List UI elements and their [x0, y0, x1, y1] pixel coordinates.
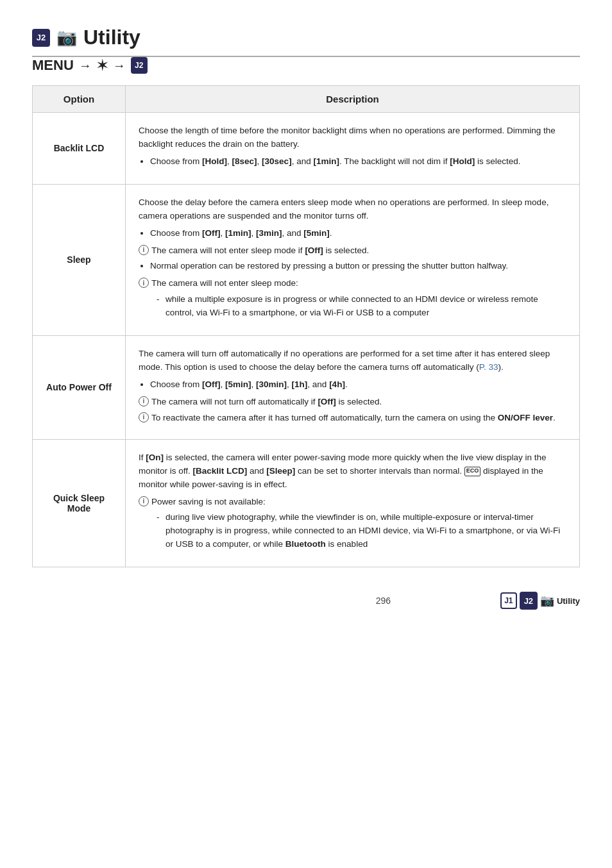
arrow-icon-1: → — [79, 58, 92, 73]
eco-badge: ECO — [464, 467, 481, 476]
title-row: J2 📷 Utility — [32, 26, 580, 49]
table-header: Option Description — [33, 86, 580, 113]
desc-auto-power-off: The camera will turn off automatically i… — [126, 336, 580, 440]
desc-sleep: Choose the delay before the camera enter… — [126, 184, 580, 335]
info-icon: i — [139, 496, 149, 506]
option-auto-power-off: Auto Power Off — [33, 336, 126, 440]
j2-badge-menu: J2 — [131, 57, 148, 74]
page-title: Utility — [83, 26, 140, 49]
footer-badges: J1 J2 📷 Utility — [500, 592, 580, 610]
main-table: Option Description Backlit LCD Choose th… — [32, 85, 580, 567]
page-number: 296 — [266, 596, 500, 606]
desc-quick-sleep: If [On] is selected, the camera will ent… — [126, 439, 580, 567]
col-header-desc: Description — [126, 86, 580, 113]
footer-utility-label: Utility — [557, 596, 580, 606]
info-icon: i — [139, 412, 149, 422]
info-icon: i — [139, 278, 149, 288]
table-row: Sleep Choose the delay before the camera… — [33, 184, 580, 335]
arrow-icon-2: → — [113, 58, 126, 73]
info-icon: i — [139, 396, 149, 406]
header-section: J2 📷 Utility MENU → ✶ → J2 — [32, 26, 580, 74]
table-row: Quick SleepMode If [On] is selected, the… — [33, 439, 580, 567]
info-icon: i — [139, 245, 149, 255]
table-row: Auto Power Off The camera will turn off … — [33, 336, 580, 440]
option-sleep: Sleep — [33, 184, 126, 335]
col-header-option: Option — [33, 86, 126, 113]
gear-icon: ✶ — [97, 58, 108, 73]
j2-badge-footer: J2 — [520, 592, 538, 610]
camera-icon-footer: 📷 — [540, 594, 554, 608]
menu-row: MENU → ✶ → J2 — [32, 57, 580, 74]
menu-label: MENU — [32, 57, 74, 74]
j2-badge: J2 — [32, 29, 50, 47]
option-quick-sleep: Quick SleepMode — [33, 439, 126, 567]
camera-icon: 📷 — [56, 28, 77, 47]
option-backlit-lcd: Backlit LCD — [33, 113, 126, 185]
desc-backlit-lcd: Choose the length of time before the mon… — [126, 113, 580, 185]
table-row: Backlit LCD Choose the length of time be… — [33, 113, 580, 185]
j1-badge: J1 — [500, 592, 517, 609]
footer-bar: 296 J1 J2 📷 Utility — [32, 587, 580, 610]
